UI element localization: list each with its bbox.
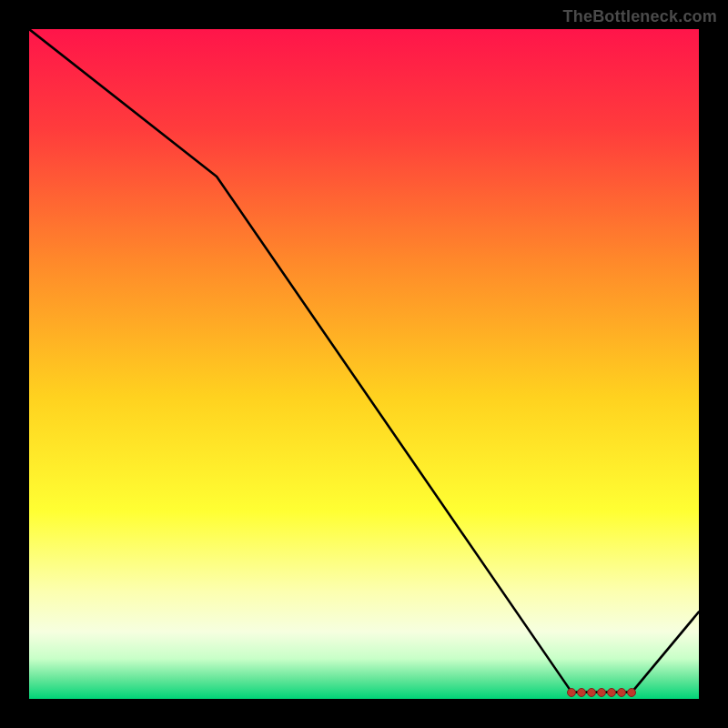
min-marker [617, 688, 626, 697]
svg-rect-0 [29, 29, 699, 699]
min-marker [587, 688, 596, 697]
min-marker [567, 688, 576, 697]
min-marker [597, 688, 606, 697]
min-marker [607, 688, 616, 697]
plot-area [29, 29, 699, 699]
chart-canvas: TheBottleneck.com [0, 0, 728, 728]
min-marker [577, 688, 586, 697]
watermark-text: TheBottleneck.com [563, 7, 717, 26]
min-marker [627, 688, 636, 697]
gradient-background [29, 29, 699, 699]
